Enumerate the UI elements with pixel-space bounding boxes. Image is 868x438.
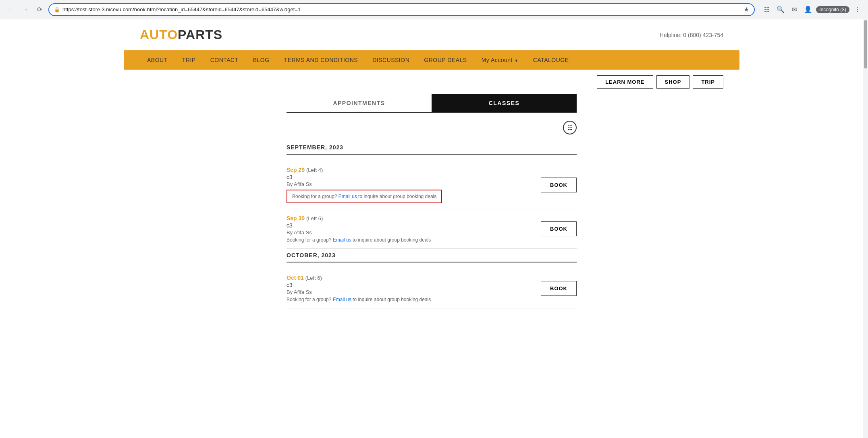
class-info: Sep 30 (Left 6)c3By Afifa SsBooking for … [287, 215, 533, 243]
incognito-label: Incognito (3) [819, 7, 846, 12]
shop-button[interactable]: SHOP [656, 75, 690, 89]
month-header-0: SEPTEMBER, 2023 [287, 141, 577, 151]
list-view-button[interactable]: ☷ [563, 121, 577, 134]
month-header-1: OCTOBER, 2023 [287, 249, 577, 258]
site-logo[interactable]: AUTOPARTS [140, 27, 222, 42]
browser-chrome: ← → ⟳ 🔒 https://test-store-3.nicevu.com/… [0, 0, 868, 19]
group-booking-text: Booking for a group? Email us to inquire… [287, 237, 533, 243]
learn-more-button[interactable]: LEARN MORE [597, 75, 653, 89]
menu-icon[interactable]: ⋮ [852, 4, 863, 15]
book-button[interactable]: BOOK [541, 221, 577, 236]
top-buttons-area: LEARN MORE SHOP TRIP [124, 70, 739, 94]
chevron-down-icon: ▼ [514, 58, 518, 63]
month-divider-1 [287, 262, 577, 262]
class-instructor: By Afifa Ss [287, 289, 533, 295]
group-booking-highlighted: Booking for a group? Email us to inquire… [287, 190, 442, 203]
class-name: c3 [287, 174, 533, 180]
reload-button[interactable]: ⟳ [34, 4, 45, 15]
email-link[interactable]: Email us [338, 194, 357, 199]
logo-parts: PARTS [178, 27, 222, 42]
class-name: c3 [287, 222, 533, 229]
email-link[interactable]: Email us [333, 237, 351, 243]
class-date: Oct 01 (Left 6) [287, 275, 533, 281]
nav-contact[interactable]: CONTACT [203, 50, 246, 70]
tab-appointments[interactable]: APPOINTMENTS [287, 94, 432, 112]
site-header: AUTOPARTS Helpline: 0 (800) 423-754 [124, 19, 739, 50]
url-text: https://test-store-3.nicevu.com/book.htm… [62, 6, 741, 12]
scrollbar[interactable] [863, 19, 868, 324]
browser-right-icons: ☷ 🔍 ✉ 👤 Incognito (3) ⋮ [761, 4, 863, 15]
tab-classes[interactable]: CLASSES [432, 94, 577, 112]
class-date: Sep 30 (Left 6) [287, 215, 533, 221]
address-bar[interactable]: 🔒 https://test-store-3.nicevu.com/book.h… [48, 3, 755, 16]
nav-my-account[interactable]: My Account ▼ [474, 50, 526, 70]
forward-button[interactable]: → [19, 4, 31, 15]
class-item: Sep 29 (Left 4)c3By Afifa SsBooking for … [287, 161, 577, 209]
helpline-text: Helpline: 0 (800) 423-754 [660, 32, 723, 38]
list-icon-area: ☷ [287, 121, 577, 134]
nav-about[interactable]: ABOUT [140, 50, 175, 70]
book-button[interactable]: BOOK [541, 178, 577, 192]
nav-catalogue[interactable]: CATALOUGE [526, 50, 576, 70]
main-content: APPOINTMENTS CLASSES ☷ SEPTEMBER, 2023Se… [124, 94, 739, 324]
trip-button[interactable]: TRIP [693, 75, 723, 89]
star-icon[interactable]: ★ [743, 6, 749, 13]
class-instructor: By Afifa Ss [287, 181, 533, 187]
class-item: Sep 30 (Left 6)c3By Afifa SsBooking for … [287, 209, 577, 249]
class-info: Oct 01 (Left 6)c3By Afifa SsBooking for … [287, 275, 533, 302]
book-button[interactable]: BOOK [541, 281, 577, 296]
class-instructor: By Afifa Ss [287, 229, 533, 236]
class-date: Sep 29 (Left 4) [287, 167, 533, 173]
logo-auto: AUTO [140, 27, 178, 42]
tabs-container: APPOINTMENTS CLASSES [287, 94, 577, 113]
class-name: c3 [287, 282, 533, 288]
search-icon[interactable]: 🔍 [775, 4, 786, 15]
nav-terms[interactable]: TERMS AND CONDITIONS [277, 50, 365, 70]
lock-icon: 🔒 [54, 7, 60, 12]
email-link[interactable]: Email us [333, 297, 351, 302]
main-nav: ABOUT TRIP CONTACT BLOG TERMS AND CONDIT… [124, 50, 739, 70]
nav-group-deals[interactable]: GROUP DEALS [417, 50, 474, 70]
group-booking-text: Booking for a group? Email us to inquire… [287, 297, 533, 302]
scrollbar-thumb[interactable] [864, 20, 867, 68]
apps-icon[interactable]: ☷ [761, 4, 772, 15]
back-button[interactable]: ← [5, 4, 16, 15]
bookmark-icon[interactable]: ✉ [789, 4, 800, 15]
profile-icon[interactable]: 👤 [802, 4, 814, 15]
class-info: Sep 29 (Left 4)c3By Afifa SsBooking for … [287, 167, 533, 203]
incognito-badge: Incognito (3) [816, 6, 849, 13]
class-item: Oct 01 (Left 6)c3By Afifa SsBooking for … [287, 269, 577, 308]
classes-list: SEPTEMBER, 2023Sep 29 (Left 4)c3By Afifa… [287, 141, 577, 308]
nav-discussion[interactable]: DISCUSSION [365, 50, 417, 70]
month-divider-0 [287, 154, 577, 155]
nav-trip[interactable]: TRIP [175, 50, 203, 70]
nav-blog[interactable]: BLOG [246, 50, 277, 70]
